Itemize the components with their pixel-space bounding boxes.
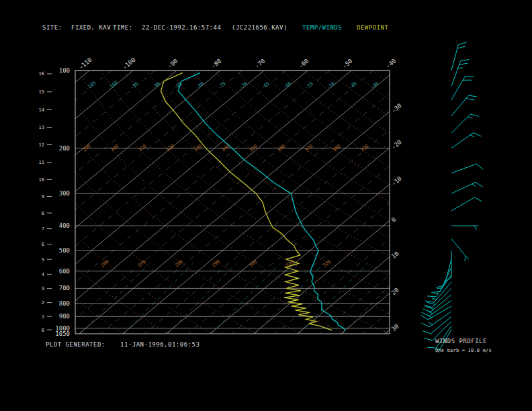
- svg-text:300: 300: [248, 259, 258, 268]
- svg-text:30: 30: [390, 323, 400, 333]
- svg-text:6: 6: [42, 242, 44, 247]
- svg-text:-40: -40: [385, 58, 398, 70]
- svg-text:2: 2: [42, 300, 44, 306]
- svg-text:330: 330: [193, 143, 203, 152]
- svg-text:260: 260: [100, 259, 110, 268]
- svg-text:-40: -40: [369, 81, 380, 90]
- svg-text:600: 600: [59, 268, 70, 275]
- svg-text:-70: -70: [254, 58, 267, 70]
- svg-text:13: 13: [39, 125, 44, 130]
- svg-text:900: 900: [59, 313, 70, 320]
- svg-text:-50: -50: [341, 58, 354, 70]
- skewt-screen: SITE: FIXED, KAV TIME: 22-DEC-1992,16:57…: [0, 0, 532, 411]
- svg-text:-100: -100: [122, 56, 137, 71]
- svg-text:310: 310: [285, 259, 295, 268]
- svg-text:-45: -45: [348, 81, 358, 90]
- svg-text:270: 270: [137, 259, 147, 268]
- svg-text:10: 10: [390, 250, 400, 260]
- svg-text:-70: -70: [238, 81, 249, 90]
- svg-text:310: 310: [138, 143, 148, 152]
- svg-text:20: 20: [390, 287, 400, 297]
- svg-text:380: 380: [332, 143, 342, 152]
- svg-text:-65: -65: [261, 81, 271, 90]
- plot-generated-value: 11-JAN-1996,01:06:53: [120, 341, 200, 348]
- svg-text:0: 0: [42, 328, 44, 333]
- svg-text:-50: -50: [326, 81, 336, 90]
- svg-text:300: 300: [59, 190, 70, 197]
- svg-text:-95: -95: [130, 81, 140, 90]
- svg-text:-105: -105: [85, 80, 97, 91]
- svg-text:700: 700: [59, 285, 70, 291]
- svg-text:280: 280: [174, 259, 184, 268]
- svg-text:300: 300: [109, 143, 120, 152]
- svg-text:800: 800: [59, 300, 70, 307]
- svg-text:290: 290: [82, 143, 92, 152]
- svg-text:400: 400: [59, 222, 70, 229]
- svg-text:-60: -60: [282, 81, 292, 90]
- svg-text:16: 16: [39, 71, 44, 77]
- svg-text:8: 8: [42, 211, 44, 216]
- svg-text:200: 200: [59, 145, 70, 152]
- svg-text:14: 14: [39, 107, 44, 113]
- svg-text:320: 320: [165, 143, 175, 152]
- svg-text:12: 12: [39, 142, 44, 148]
- svg-text:-110: -110: [78, 56, 93, 71]
- svg-text:350: 350: [249, 143, 259, 152]
- plot-generated-label: PLOT GENERATED:: [46, 341, 105, 348]
- svg-text:3: 3: [42, 286, 44, 291]
- svg-text:-90: -90: [151, 81, 161, 90]
- svg-text:100: 100: [59, 67, 70, 74]
- svg-text:-55: -55: [304, 81, 314, 90]
- svg-text:-80: -80: [195, 81, 205, 90]
- winds-profile-title: WINDS PROFILE: [435, 338, 487, 345]
- svg-text:-60: -60: [298, 58, 310, 70]
- svg-text:11: 11: [39, 160, 44, 165]
- svg-text:500: 500: [59, 247, 70, 254]
- svg-text:360: 360: [276, 143, 286, 152]
- svg-text:7: 7: [42, 226, 44, 232]
- svg-text:10: 10: [39, 177, 44, 183]
- winds-scale-note: One barb = 10.0 m/s: [435, 348, 492, 353]
- svg-text:9: 9: [42, 194, 44, 199]
- svg-text:340: 340: [221, 143, 231, 152]
- svg-text:-20: -20: [390, 138, 403, 150]
- svg-text:4: 4: [42, 272, 44, 277]
- svg-text:-75: -75: [217, 81, 227, 90]
- svg-text:290: 290: [211, 259, 221, 268]
- svg-text:390: 390: [359, 143, 369, 152]
- svg-text:0: 0: [390, 216, 398, 224]
- svg-text:-90: -90: [167, 58, 179, 70]
- svg-text:-85: -85: [173, 81, 183, 90]
- svg-text:-30: -30: [390, 102, 403, 114]
- svg-text:5: 5: [42, 257, 44, 263]
- svg-text:-10: -10: [390, 175, 403, 187]
- svg-text:15: 15: [39, 89, 44, 95]
- svg-text:320: 320: [322, 259, 332, 268]
- svg-text:1: 1: [42, 314, 44, 320]
- svg-text:-80: -80: [210, 58, 223, 70]
- svg-text:1050: 1050: [55, 330, 70, 337]
